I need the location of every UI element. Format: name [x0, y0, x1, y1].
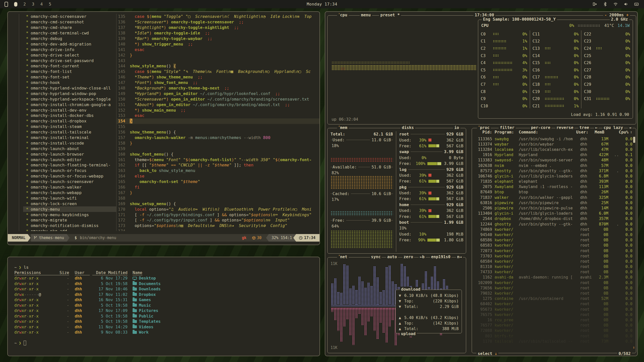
- per-core-button[interactable]: per-core: [530, 125, 551, 130]
- sort-next-button[interactable]: →: [628, 125, 632, 130]
- filter-button[interactable]: filter: [499, 125, 516, 130]
- code-line[interactable]: 166 fi: [117, 185, 319, 190]
- file-list-item[interactable]: * omarchy-font-current: [23, 63, 116, 69]
- file-list-item[interactable]: * omarchy-launch-or-focus-webapp: [23, 173, 116, 179]
- process-row[interactable]: 94540 kworker/ root 0B 0.0: [474, 232, 632, 237]
- file-list-item[interactable]: * omarchy-install-tailscale: [23, 129, 116, 135]
- code-line[interactable]: 172 [ -f ~/.config/hypr/input.conf ] && …: [117, 217, 319, 223]
- process-row[interactable]: 68402 kworker/ root 0B 0.0: [474, 301, 632, 307]
- code-line[interactable]: 135 case $(menu "Toggle" "▢ Screensaver\…: [117, 14, 319, 19]
- process-row[interactable]: 1162 avahi-da avahi-daemon: running [ av…: [474, 275, 632, 280]
- file-list-item[interactable]: * omarchy-install-vscode: [23, 140, 116, 146]
- net-sync-button[interactable]: sync: [370, 254, 382, 259]
- process-row[interactable]: 71835 elephant elephant dhh 393M 0.0: [474, 179, 632, 184]
- code-line[interactable]: 173 options="$options\n▤ Defaults\n⇄ DNS…: [117, 223, 319, 229]
- code-line[interactable]: 170 local options="♫ Audio\n≈ Wifi\nᛒ Bl…: [117, 206, 319, 212]
- code-line[interactable]: 141 esac: [117, 47, 319, 52]
- code-line[interactable]: 150 *Screensaver*) open_in_editor ~/.con…: [117, 96, 319, 102]
- code-line[interactable]: 139 *Bar*) omarchy-toggle-waybar ;;: [117, 36, 319, 41]
- process-row[interactable]: 16 rcu_pree root 0B 0.0: [474, 317, 632, 323]
- code-line[interactable]: 151 *About*) open_in_editor ~/.config/om…: [117, 102, 319, 107]
- process-row[interactable]: 102099 kworker/ root 0B 0.0: [474, 280, 632, 285]
- bluetooth-icon[interactable]: [603, 2, 608, 7]
- code-line[interactable]: 162 if [[ "$theme" == "CNCLD" || -z "$th…: [117, 162, 319, 168]
- file-list-item[interactable]: * omarchy-migrate: [23, 217, 116, 223]
- file-list-item[interactable]: * omarchy-menu-keybindings: [23, 212, 116, 217]
- code-line[interactable]: 167}: [117, 190, 319, 196]
- code-line[interactable]: 165 omarchy-font-set "$theme": [117, 179, 319, 185]
- process-row[interactable]: 102638 nvim nvim --embed . dhh 57M 0.0: [474, 163, 632, 168]
- code-line[interactable]: 169show_setup_menu() {: [117, 201, 319, 206]
- keyboard-icon[interactable]: [634, 2, 639, 7]
- menu-button[interactable]: menu: [360, 13, 372, 17]
- file-list-item[interactable]: * omarchy-drive-set-password: [23, 58, 116, 63]
- process-row[interactable]: 81310 kworker/ root 0B 0.0: [474, 264, 632, 269]
- process-row[interactable]: 68584 kworker/ root 0B 0.0: [474, 259, 632, 264]
- file-list-item[interactable]: * omarchy-menu: [23, 206, 116, 212]
- code-pane[interactable]: 135 case $(menu "Toggle" "▢ Screensaver\…: [117, 14, 319, 231]
- file-list-item[interactable]: * omarchy-launch-walker: [23, 185, 116, 190]
- reverse-button[interactable]: reverse: [555, 125, 574, 130]
- process-row[interactable]: 76577 kworker/ root 0B 0.0: [474, 323, 632, 328]
- file-list-item[interactable]: * omarchy-launch-screensaver: [23, 179, 116, 185]
- code-line[interactable]: 153 esac: [117, 113, 319, 118]
- code-line[interactable]: 160show_font_menu() {: [117, 151, 319, 157]
- process-row[interactable]: 106746 glycin-i /usr/lib/glycin-loaders …: [474, 173, 632, 179]
- process-row[interactable]: 113404 glycin-i /usr/lib/glycin-loaders …: [474, 211, 632, 216]
- select-button[interactable]: select ↓: [476, 351, 498, 356]
- process-row[interactable]: 72073 kworker/ root 0B 0.0: [474, 248, 632, 253]
- code-line[interactable]: 149 *Hyprland*) open_in_editor ~/.config…: [117, 91, 319, 96]
- file-list-item[interactable]: * omarchy-install-terminal: [23, 135, 116, 141]
- net-zero-button[interactable]: zero: [403, 254, 414, 259]
- file-list-item[interactable]: * omarchy-launch-about: [23, 146, 116, 151]
- code-line[interactable]: 161 theme=$(menu "Font" "$(omarchy-font-…: [117, 157, 319, 162]
- code-line[interactable]: 156show_theme_menu() {: [117, 129, 319, 135]
- code-line[interactable]: 152 *) show_main_menu ;;: [117, 107, 319, 113]
- code-line[interactable]: 147 *Font*) show_font_menu ;;: [117, 80, 319, 85]
- process-row[interactable]: 73703 kworker/ root 0B 0.0: [474, 253, 632, 259]
- process-row[interactable]: 68586 kworker/ root 0B 0.0: [474, 238, 632, 243]
- code-line[interactable]: 145 case $(menu "Style" "✎ Theme\nᴀ Font…: [117, 69, 319, 74]
- process-row[interactable]: 68583 kworker/ root 0B 0.0: [474, 243, 632, 248]
- process-row[interactable]: 87649 btop btop dhh 26M 0.0: [474, 190, 632, 195]
- file-list-item[interactable]: * omarchy-launch-or-focus: [23, 168, 116, 173]
- process-row[interactable]: 1916 Hyprland Hyprland dhh 422M .. 0.1: [474, 152, 632, 158]
- code-line[interactable]: 168: [117, 195, 319, 201]
- file-list-item[interactable]: * omarchy-hyprland-window-pop: [23, 91, 116, 96]
- file-list-item[interactable]: * omarchy-install-docker-dbs: [23, 113, 116, 118]
- file-list-item[interactable]: * omarchy-font-set: [23, 74, 116, 80]
- process-row[interactable]: 12244 ghostty /usr/bin/ghostty --gtk- dh…: [474, 221, 632, 227]
- net-iface-next[interactable]: n→: [456, 254, 463, 259]
- code-line[interactable]: 163 back_to show_style_menu: [117, 168, 319, 173]
- code-line[interactable]: 140 *) show_trigger_menu ;;: [117, 41, 319, 47]
- file-list-item[interactable]: * omarchy-install-dev-env: [23, 107, 116, 113]
- file-list-item[interactable]: * omarchy-launch-webapp: [23, 190, 116, 196]
- proc-scrollbar-thumb[interactable]: [633, 137, 635, 143]
- net-auto-button[interactable]: auto: [386, 254, 398, 259]
- process-row[interactable]: 113365 swaybg /usr/bin/swaybg -i /hom dh…: [474, 136, 632, 142]
- preset-button[interactable]: preset *: [379, 13, 401, 17]
- process-row[interactable]: 803 btrfs-tr root 0B 0.0: [474, 333, 632, 339]
- process-row[interactable]: 72088 kworker/ root 0B 0.0: [474, 328, 632, 333]
- net-tab[interactable]: ³net: [337, 254, 349, 259]
- code-line[interactable]: 164 else: [117, 173, 319, 179]
- file-list-item[interactable]: * omarchy-drive-info: [23, 47, 116, 52]
- code-line[interactable]: 142}: [117, 52, 319, 58]
- code-line[interactable]: 171 [ -f ~/.config/hypr/bindings.conf ] …: [117, 212, 319, 217]
- tree-button[interactable]: tree: [578, 125, 590, 130]
- process-row[interactable]: 2506 pipewire /usr/bin/pipewire-pulse dh…: [474, 205, 632, 211]
- process-row[interactable]: 87573 ghostty /usr/bin/ghostty --gtk- dh…: [474, 168, 632, 173]
- process-row[interactable]: 2544 dropbox /home/dhh/.dropbox-dist dhh…: [474, 216, 632, 221]
- code-line[interactable]: 137 *Nightlight*) omarchy-toggle-nightli…: [117, 25, 319, 30]
- prompt-line[interactable]: ~ ❯ ls: [14, 265, 313, 270]
- process-row[interactable]: 74733 kworker/ root 0B 0.0: [474, 269, 632, 275]
- volume-icon[interactable]: [624, 2, 628, 7]
- file-list-item[interactable]: * omarchy-cmd-share: [23, 25, 116, 30]
- file-list-item[interactable]: * omarchy-dev-add-migration: [23, 41, 116, 47]
- wifi-icon[interactable]: [613, 2, 618, 7]
- process-row[interactable]: 76575 kworker/ root 0B 0.0: [474, 312, 632, 317]
- mem-tab[interactable]: ²mem: [337, 125, 349, 130]
- process-row[interactable]: 73656 kworker/ root 0B 0.0: [474, 285, 632, 291]
- process-row[interactable]: 95673 kworker/ root 0B 0.0: [474, 307, 632, 312]
- code-line[interactable]: 138 *Idle*) omarchy-toggle-idle ;;: [117, 30, 319, 36]
